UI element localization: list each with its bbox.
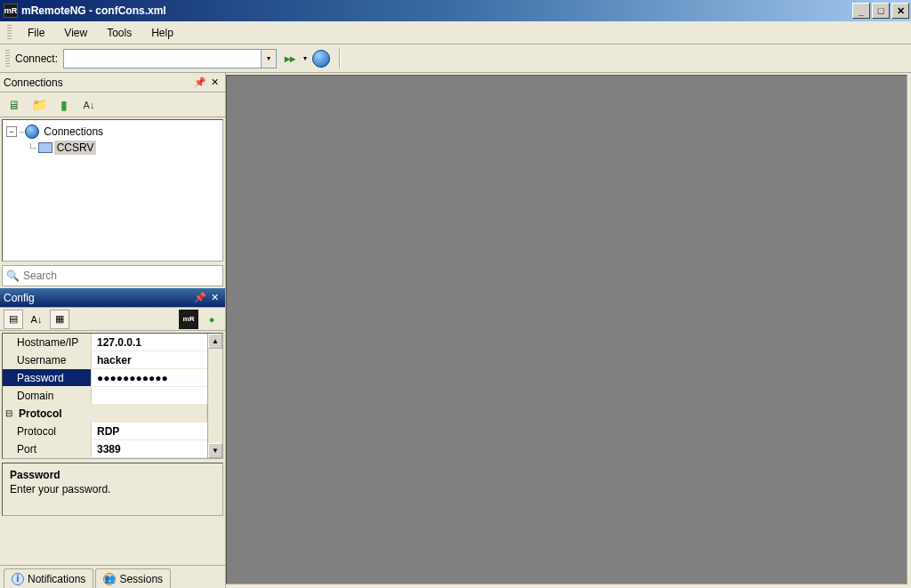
- tree-connector-icon: └··: [28, 143, 36, 153]
- info-icon: i: [12, 573, 24, 585]
- prop-label: Hostname/IP: [3, 334, 92, 350]
- alphabetical-icon[interactable]: A↓: [27, 310, 46, 329]
- panels-icon[interactable]: ▮: [55, 96, 73, 114]
- tree-root-globe-icon: [25, 125, 39, 139]
- tree-item-label[interactable]: CCSRV: [54, 141, 97, 155]
- tree-item-ccsrv[interactable]: └·· CCSRV: [6, 140, 219, 156]
- prop-value-password[interactable]: ●●●●●●●●●●●: [92, 369, 207, 386]
- prop-label: Protocol: [3, 423, 92, 439]
- connections-close-icon[interactable]: ✕: [207, 76, 222, 90]
- minimize-button[interactable]: _: [852, 3, 870, 19]
- config-panel: Config 📌 ✕ ▤ A↓ ▦ mR ● Hostname/IP 127.0…: [0, 288, 225, 588]
- prop-category-protocol[interactable]: ⊟ Protocol: [3, 405, 207, 423]
- connections-toolbar: 🖥 📁 ▮ A↓: [0, 93, 225, 117]
- quick-connect-icon[interactable]: ▸▸: [282, 51, 298, 67]
- tab-label: Notifications: [28, 573, 85, 585]
- prop-row-password[interactable]: Password ●●●●●●●●●●●: [3, 369, 207, 387]
- prop-label: Domain: [3, 387, 92, 404]
- tab-label: Sessions: [119, 573, 163, 585]
- config-status-icon[interactable]: ●: [202, 310, 222, 329]
- menu-view[interactable]: View: [55, 24, 96, 42]
- prop-value-domain[interactable]: [92, 387, 207, 404]
- config-close-icon[interactable]: ✕: [207, 291, 222, 305]
- config-mr-icon[interactable]: mR: [179, 310, 198, 329]
- tab-notifications[interactable]: i Notifications: [4, 568, 93, 588]
- sessions-icon: 👥: [103, 573, 116, 585]
- prop-row-protocol[interactable]: Protocol RDP: [3, 423, 207, 440]
- connections-panel-header: Connections 📌 ✕: [0, 73, 225, 93]
- description-title: Password: [10, 469, 215, 481]
- tab-sessions[interactable]: 👥 Sessions: [95, 568, 171, 588]
- config-panel-title: Config: [4, 292, 193, 304]
- prop-row-port[interactable]: Port 3389: [3, 440, 207, 458]
- connections-panel: Connections 📌 ✕ 🖥 📁 ▮ A↓ − ··· Connectio…: [0, 73, 225, 288]
- connect-combo[interactable]: ▾: [63, 49, 277, 68]
- scroll-down-icon[interactable]: ▼: [208, 443, 222, 458]
- prop-row-hostname[interactable]: Hostname/IP 127.0.0.1: [3, 334, 207, 351]
- prop-value-username[interactable]: hacker: [92, 351, 207, 368]
- property-description-pane: Password Enter your password.: [2, 463, 223, 516]
- config-pin-icon[interactable]: 📌: [193, 291, 207, 305]
- category-collapse-icon[interactable]: ⊟: [3, 405, 15, 422]
- maximize-button[interactable]: □: [872, 3, 890, 19]
- tree-root-row[interactable]: − ··· Connections: [6, 124, 219, 140]
- prop-category-label: Protocol: [15, 405, 207, 422]
- connect-toolbar: Connect: ▾ ▸▸ ▾: [0, 44, 911, 73]
- connections-panel-title: Connections: [4, 77, 193, 89]
- menu-tools[interactable]: Tools: [98, 24, 141, 42]
- config-panel-header: Config 📌 ✕: [0, 288, 225, 308]
- prop-value-protocol[interactable]: RDP: [92, 423, 207, 439]
- config-toolbar: ▤ A↓ ▦ mR ●: [0, 308, 225, 331]
- property-pages-icon[interactable]: ▦: [50, 310, 69, 329]
- prop-label: Port: [3, 440, 92, 457]
- prop-label: Username: [3, 351, 92, 368]
- prop-label: Password: [3, 369, 92, 386]
- connections-tree[interactable]: − ··· Connections └·· CCSRV: [2, 119, 223, 262]
- prop-value-hostname[interactable]: 127.0.0.1: [92, 334, 207, 350]
- new-folder-icon[interactable]: 📁: [30, 96, 48, 114]
- connect-combo-dropdown-icon[interactable]: ▾: [261, 50, 276, 68]
- quick-connect-menu-icon[interactable]: ▾: [303, 54, 307, 62]
- categorized-icon[interactable]: ▤: [4, 310, 23, 329]
- toolbar-separator-icon: [339, 49, 341, 68]
- connect-label: Connect:: [15, 52, 58, 65]
- connection-monitor-icon: [38, 142, 52, 153]
- menu-gripper-icon: [7, 25, 12, 41]
- description-text: Enter your password.: [10, 483, 215, 495]
- title-bar: mR mRemoteNG - confCons.xml _ □ ✕: [0, 0, 911, 21]
- prop-row-domain[interactable]: Domain: [3, 387, 207, 405]
- bottom-tabstrip: i Notifications 👥 Sessions: [0, 565, 225, 588]
- search-icon: 🔍: [6, 270, 20, 282]
- toolbar-gripper-icon: [5, 50, 10, 68]
- menu-help[interactable]: Help: [142, 24, 182, 42]
- scroll-up-icon[interactable]: ▲: [208, 334, 222, 349]
- property-grid-scrollbar[interactable]: ▲ ▼: [207, 334, 222, 458]
- tree-root-label[interactable]: Connections: [41, 125, 106, 139]
- new-connection-icon[interactable]: 🖥: [5, 96, 23, 114]
- menu-bar: File View Tools Help: [0, 21, 911, 44]
- close-button[interactable]: ✕: [891, 3, 909, 19]
- mdi-client-area: [226, 75, 907, 584]
- connections-search[interactable]: 🔍: [2, 265, 223, 286]
- search-input[interactable]: [23, 270, 219, 282]
- sort-az-icon[interactable]: A↓: [80, 96, 98, 114]
- globe-icon[interactable]: [312, 50, 330, 68]
- menu-file[interactable]: File: [19, 24, 53, 42]
- property-grid[interactable]: Hostname/IP 127.0.0.1 Username hacker Pa…: [2, 333, 223, 459]
- connections-pin-icon[interactable]: 📌: [193, 76, 207, 90]
- prop-row-username[interactable]: Username hacker: [3, 351, 207, 369]
- tree-collapse-icon[interactable]: −: [6, 126, 17, 137]
- prop-value-port[interactable]: 3389: [92, 440, 207, 457]
- app-icon: mR: [4, 4, 18, 18]
- tree-connector-icon: ···: [19, 127, 23, 137]
- window-title: mRemoteNG - confCons.xml: [21, 4, 852, 17]
